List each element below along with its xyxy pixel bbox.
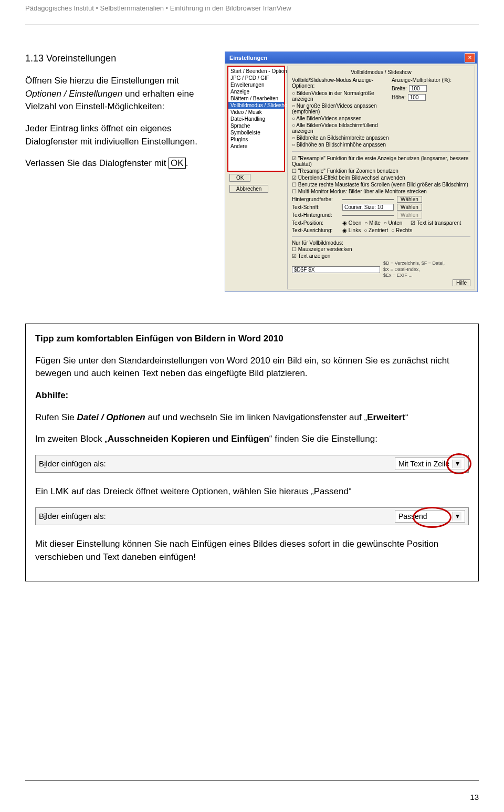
radio-4[interactable]: Bildbreite an Bildschirmbreite anpassen <box>292 134 392 141</box>
word-row-1: Bilder einfügen als: Mit Text in Zeile▾ <box>35 455 469 473</box>
breite-input[interactable]: 100 <box>409 85 427 92</box>
ok-inline: OK <box>169 158 186 169</box>
chk-mouse[interactable]: Mauszeiger verstecken <box>292 246 470 253</box>
chk-showtext[interactable]: Text anzeigen <box>292 253 470 259</box>
p3c: . <box>186 158 188 168</box>
chk-rightmouse[interactable]: Benutze rechte Maustaste fürs Scrollen (… <box>292 181 470 188</box>
tip-p3a: Im zweiten Block „ <box>35 434 108 444</box>
chk-overblend[interactable]: Überblend-Effekt beim Bildwechsel anwend… <box>292 174 470 181</box>
cancel-button[interactable]: Abbrechen <box>229 185 268 193</box>
font-label: Text-Schrift: <box>292 204 339 210</box>
cat-0[interactable]: Start / Beenden - Optionen <box>228 68 284 75</box>
font-choose[interactable]: Wählen <box>397 204 422 211</box>
tp-oben[interactable]: ◉ Oben <box>342 220 361 226</box>
tip-p3b: Ausschneiden Kopieren und Einfügen <box>108 434 269 444</box>
ta-zentriert[interactable]: ○ Zentriert <box>364 227 388 233</box>
cat-2[interactable]: Erweiterungen <box>228 81 284 88</box>
p1b: Optionen / Einstellungen <box>25 89 122 99</box>
bg-label: Hintergrundfarbe: <box>292 196 339 202</box>
radio-5[interactable]: Bildhöhe an Bildschirmhöhe anpassen <box>292 141 392 148</box>
right-opt-hdr: Anzeige-Multiplikator (%): <box>392 77 470 83</box>
tip-p1: Fügen Sie unter den Standardeinstellunge… <box>35 355 469 380</box>
breite-label: Breite: <box>392 86 407 91</box>
tip-title: Tipp zum komfortablen Einfügen von Bilde… <box>35 332 469 346</box>
cat-8[interactable]: Sprache <box>228 122 284 129</box>
bg-choose[interactable]: Wählen <box>397 196 422 203</box>
ta-rechts[interactable]: ○ Rechts <box>391 227 412 233</box>
tip-p3c: “ finden Sie die Einstellung: <box>269 434 377 444</box>
cat-10[interactable]: PlugIns <box>228 136 284 143</box>
chevron-down-icon[interactable]: ▾ <box>453 512 461 520</box>
dialog-title: Einstellungen <box>227 55 267 61</box>
cat-11[interactable]: Andere <box>228 143 284 150</box>
chk-multimon[interactable]: Multi-Monitor Modus: Bilder über alle Mo… <box>292 188 470 195</box>
textaus-label: Text-Ausrichtung: <box>292 227 339 233</box>
word-row-2: Bilder einfügen als: Passend▾ <box>35 507 469 525</box>
textbg-label: Text-Hintergrund: <box>292 212 339 218</box>
header-breadcrumb: Pädagogisches Institut • Selbstlernmater… <box>25 0 479 12</box>
tip-abhilfe: Abhilfe: <box>35 389 469 402</box>
tip-p2e: “ <box>405 412 408 422</box>
p1a: Öffnen Sie hierzu die Einstellungen mit <box>25 76 179 86</box>
tip-p2a: Rufen Sie <box>35 412 77 422</box>
chk-transparent[interactable]: Text ist transparent <box>411 220 461 226</box>
cat-9[interactable]: Symbolleiste <box>228 129 284 136</box>
cat-6[interactable]: Video / Musik <box>228 109 284 116</box>
cat-7[interactable]: Datei-Handling <box>228 116 284 122</box>
pattern-note: $D = Verzeichnis, $F = Datei, $X = Datei… <box>383 261 470 279</box>
bg-color[interactable] <box>342 199 394 200</box>
group-title: Vollbildmodus / Slideshow <box>292 69 470 75</box>
p2: Jeder Eintrag links öffnet ein eigenes D… <box>25 122 214 148</box>
tip-p2d: Erweitert <box>367 412 405 422</box>
left-opt-hdr: Vollbild/Slideshow-Modus Anzeige-Optione… <box>292 77 392 89</box>
hoehe-label: Höhe: <box>392 95 406 100</box>
page-number: 13 <box>470 793 479 801</box>
close-icon[interactable]: × <box>465 53 475 63</box>
category-list[interactable]: Start / Beenden - Optionen JPG / PCD / G… <box>227 66 285 172</box>
textpos-label: Text-Position: <box>292 220 339 226</box>
ok-button[interactable]: OK <box>229 174 250 182</box>
radio-3[interactable]: Alle Bilder/Videos bildschirmfüllend anz… <box>292 122 392 134</box>
chk-resample2[interactable]: "Resample" Funktion für Zoomen benutzen <box>292 168 470 174</box>
ta-links[interactable]: ◉ Links <box>342 227 361 233</box>
tp-unten[interactable]: ○ Unten <box>384 220 403 226</box>
p3a: Verlassen Sie das Dialogfenster mit <box>25 158 169 168</box>
chk-resample1[interactable]: "Resample" Funktion für die erste Anzeig… <box>292 155 470 168</box>
textbg-choose: Wählen <box>397 212 422 218</box>
highlight-circle-1 <box>446 453 471 474</box>
help-button[interactable]: Hilfe <box>453 279 470 286</box>
pattern-input[interactable]: $D$F $X <box>292 266 380 273</box>
radio-2[interactable]: Alle Bilder/Videos anpassen <box>292 115 392 122</box>
font-value: Courier, Size: 10 <box>342 204 394 211</box>
word-label-1: Bilder einfügen als: <box>39 458 106 470</box>
settings-dialog: Einstellungen × Start / Beenden - Option… <box>225 51 478 292</box>
word-label-2: Bilder einfügen als: <box>39 511 106 522</box>
footer-rule <box>25 780 479 780</box>
highlight-circle-2 <box>413 507 452 528</box>
radio-0[interactable]: Bilder/Videos in der Normalgröße anzeige… <box>292 90 392 102</box>
titlebar: Einstellungen × <box>225 52 477 64</box>
hoehe-input[interactable]: 100 <box>408 94 426 101</box>
cat-4[interactable]: Blättern / Bearbeiten <box>228 95 284 102</box>
cat-3[interactable]: Anzeige <box>228 88 284 95</box>
nur-label: Nur für Vollbildmodus: <box>292 240 470 246</box>
tp-mitte[interactable]: ○ Mitte <box>364 220 381 226</box>
cat-1[interactable]: JPG / PCD / GIF <box>228 75 284 81</box>
tip-p4: Ein LMK auf das Dreieck öffnet weitere O… <box>35 485 469 498</box>
header-rule <box>25 25 479 25</box>
section-heading: 1.13 Voreinstellungen <box>25 51 214 65</box>
radio-1[interactable]: Nur große Bilder/Videos anpassen (empfoh… <box>292 102 392 115</box>
tip-p2b: Datei / Optionen <box>77 412 145 422</box>
tip-box: Tipp zum komfortablen Einfügen von Bilde… <box>25 324 479 581</box>
body-text: 1.13 Voreinstellungen Öffnen Sie hierzu … <box>25 51 214 292</box>
cat-5[interactable]: Vollbildmodus / Slideshow <box>228 102 284 109</box>
tip-p2c: auf und wechseln Sie im linken Navigatio… <box>145 412 367 422</box>
tip-p5: Mit dieser Einstellung können Sie nach E… <box>35 538 469 564</box>
textbg-value[interactable] <box>342 215 394 216</box>
